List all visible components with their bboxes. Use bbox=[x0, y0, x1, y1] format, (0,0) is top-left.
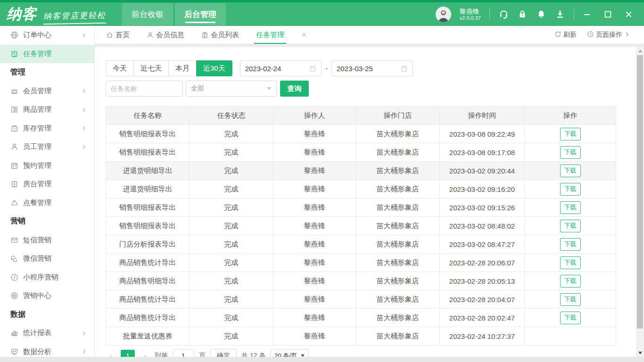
status-select[interactable]: 全部 bbox=[186, 81, 277, 97]
refresh-icon bbox=[554, 31, 561, 39]
download-button[interactable]: 下载 bbox=[560, 183, 581, 196]
scroll-up-icon[interactable] bbox=[636, 47, 644, 55]
download-button[interactable]: 下载 bbox=[560, 128, 581, 140]
cell-name: 销售明细报表导出 bbox=[106, 125, 190, 143]
cell-time: 2023-02-28 20:06:07 bbox=[440, 254, 525, 272]
download-icon[interactable] bbox=[555, 9, 565, 19]
range-7days-button[interactable]: 近七天 bbox=[133, 60, 168, 76]
avatar-person-icon bbox=[436, 7, 451, 22]
sidebar-section-data: 数据 bbox=[0, 305, 94, 324]
download-button[interactable]: 下载 bbox=[560, 165, 581, 177]
cell-name: 商品销售统计导出 bbox=[106, 309, 190, 327]
sidebar-item-order-center[interactable]: 订单中心 bbox=[0, 26, 94, 45]
cell-status: 完成 bbox=[190, 143, 273, 162]
cell-name: 门店分析报表导出 bbox=[106, 235, 190, 254]
minimize-button[interactable] bbox=[583, 10, 591, 18]
task-icon bbox=[10, 50, 18, 58]
cell-store: 苗大桶形象店 bbox=[356, 272, 440, 290]
goto-confirm-button[interactable]: 确定 bbox=[210, 349, 237, 357]
sidebar-item-label: 房台管理 bbox=[23, 180, 51, 189]
sidebar-item-reservation-management[interactable]: 预约管理 bbox=[0, 156, 94, 175]
date-from-input[interactable]: 2023-02-24 bbox=[240, 60, 322, 76]
download-button[interactable]: 下载 bbox=[560, 256, 581, 269]
tab-front-cashier[interactable]: 前台收银 bbox=[122, 3, 173, 25]
bell-icon[interactable] bbox=[536, 9, 546, 19]
cell-status: 完成 bbox=[190, 254, 273, 272]
cell-store: 苗大桶形象店 bbox=[356, 290, 440, 309]
app-window: 纳客 纳客管店更轻松 前台收银 后台管理 黎燕锋 v2.0.0.37 bbox=[0, 0, 644, 357]
clock-icon bbox=[587, 31, 594, 39]
cell-store: 苗大桶形象店 bbox=[356, 254, 440, 272]
sidebar-item-product-management[interactable]: 商品管理 bbox=[0, 100, 94, 119]
calendar-icon bbox=[401, 65, 408, 72]
chevron-down-icon bbox=[301, 354, 305, 357]
cell-status: 完成 bbox=[190, 125, 273, 143]
target-icon bbox=[10, 292, 18, 300]
sidebar-item-ordering-management[interactable]: 点餐管理 bbox=[0, 194, 94, 213]
download-button[interactable]: 下载 bbox=[560, 220, 581, 232]
sidebar-item-statistics-report[interactable]: 统计报表 bbox=[0, 324, 94, 343]
table-row: 门店分析报表导出完成黎燕锋苗大桶形象店2023-03-02 08:47:27下载 bbox=[106, 235, 616, 254]
date-from-value: 2023-02-24 bbox=[245, 65, 281, 73]
page-size-select[interactable]: 20 条/页 bbox=[270, 349, 309, 357]
download-button[interactable]: 下载 bbox=[560, 293, 581, 306]
sidebar-item-data-analysis[interactable]: 数据分析 bbox=[0, 343, 94, 357]
tab-home[interactable]: 首页 bbox=[106, 26, 130, 44]
refresh-button[interactable]: 刷新 bbox=[554, 31, 577, 39]
sidebar-item-miniapp-marketing[interactable]: 小程序营销 bbox=[0, 268, 94, 287]
sidebar-item-task-management[interactable]: 任务管理 bbox=[0, 45, 94, 64]
col-action: 操作 bbox=[525, 107, 616, 125]
sidebar-item-member-management[interactable]: 会员管理 bbox=[0, 82, 94, 101]
cell-status: 完成 bbox=[190, 198, 273, 217]
cell-action: 下载 bbox=[525, 309, 616, 327]
date-filter-row: 今天 近七天 本月 近30天 2023-02-24 - bbox=[106, 60, 636, 76]
download-button[interactable]: 下载 bbox=[560, 312, 581, 324]
table-header-row: 任务名称 任务状态 操作人 操作门店 操作时间 操作 bbox=[106, 107, 616, 125]
chevron-right-icon bbox=[81, 107, 87, 113]
cell-operator: 黎燕锋 bbox=[273, 162, 356, 180]
sidebar-item-label: 商品管理 bbox=[23, 105, 51, 114]
cell-action: 下载 bbox=[525, 254, 616, 272]
goto-page-input[interactable] bbox=[173, 349, 194, 357]
search-filter-row: 全部 查询 bbox=[106, 81, 636, 97]
range-30days-button[interactable]: 近30天 bbox=[196, 60, 232, 76]
range-today-button[interactable]: 今天 bbox=[106, 60, 133, 76]
tab-backend-management[interactable]: 后台管理 bbox=[175, 3, 226, 25]
tab-task-management[interactable]: 任务管理 bbox=[256, 26, 284, 44]
sidebar-item-staff-management[interactable]: 员工管理 bbox=[0, 138, 94, 156]
download-button[interactable]: 下载 bbox=[560, 275, 581, 288]
date-to-input[interactable]: 2023-03-25 bbox=[331, 60, 413, 76]
sidebar-item-marketing-center[interactable]: 营销中心 bbox=[0, 287, 94, 305]
tab-member-list[interactable]: 会员列表 bbox=[201, 26, 239, 44]
sidebar-item-sms-marketing[interactable]: 短信营销 bbox=[0, 231, 94, 250]
page-operations-button[interactable]: 页面操作 bbox=[587, 31, 630, 39]
scrollbar-thumb[interactable] bbox=[637, 55, 643, 329]
chevron-right-icon bbox=[81, 349, 87, 354]
globe-icon bbox=[10, 31, 18, 39]
table-row: 批量发送优惠券完成黎燕锋苗大桶形象店2023-02-24 10:27:37 bbox=[106, 327, 616, 346]
scroll-down-icon[interactable] bbox=[636, 349, 644, 357]
prev-page-icon[interactable]: ‹ bbox=[106, 352, 116, 357]
next-page-icon[interactable]: › bbox=[140, 352, 150, 357]
lock-icon[interactable] bbox=[517, 9, 528, 19]
download-button[interactable]: 下载 bbox=[560, 201, 581, 214]
download-button[interactable]: 下载 bbox=[560, 238, 581, 251]
sidebar-item-room-management[interactable]: 房台管理 bbox=[0, 175, 94, 194]
service-icon[interactable] bbox=[498, 9, 509, 19]
close-tab-icon[interactable]: ✕ bbox=[301, 31, 307, 39]
maximize-button[interactable] bbox=[603, 10, 612, 18]
vertical-scrollbar[interactable] bbox=[636, 47, 644, 357]
sidebar-item-inventory-management[interactable]: 库存管理 bbox=[0, 119, 94, 138]
sidebar-item-wechat-marketing[interactable]: 微信营销 bbox=[0, 249, 94, 268]
search-button[interactable]: 查询 bbox=[280, 81, 309, 97]
download-button[interactable]: 下载 bbox=[560, 146, 581, 159]
task-name-input[interactable] bbox=[106, 81, 183, 97]
avatar[interactable] bbox=[436, 7, 451, 22]
current-page-button[interactable]: 1 bbox=[121, 350, 135, 357]
cell-time: 2023-03-02 09:20:44 bbox=[440, 162, 525, 180]
range-month-button[interactable]: 本月 bbox=[168, 60, 196, 76]
close-button[interactable] bbox=[624, 10, 633, 18]
cell-store: 苗大桶形象店 bbox=[356, 327, 440, 346]
tab-member-info[interactable]: 会员信息 bbox=[147, 26, 184, 44]
sidebar-item-label: 统计报表 bbox=[23, 329, 51, 337]
